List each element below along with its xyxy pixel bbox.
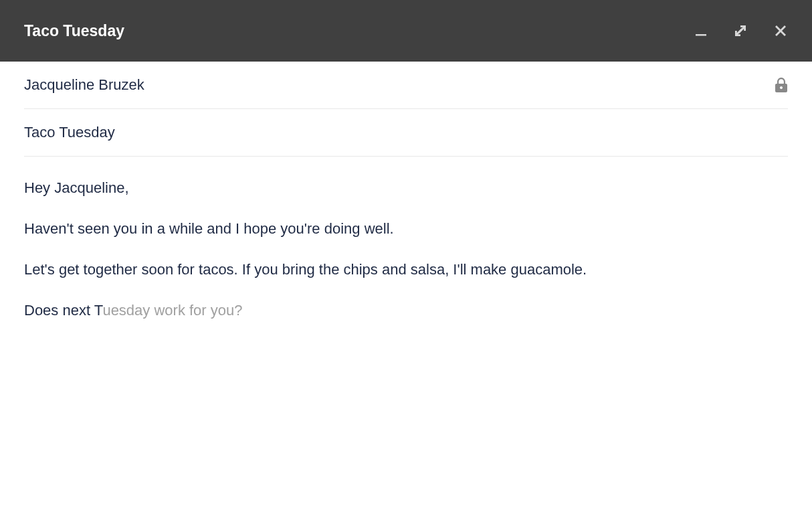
close-button[interactable]: [773, 23, 788, 38]
recipient-field[interactable]: Jacqueline Bruzek: [24, 62, 788, 109]
header-title: Taco Tuesday: [24, 22, 124, 40]
subject-field[interactable]: Taco Tuesday: [24, 109, 788, 157]
body-paragraph-2: Let's get together soon for tacos. If yo…: [24, 258, 788, 280]
compose-header: Taco Tuesday: [0, 0, 812, 62]
recipient-name: Jacqueline Bruzek: [24, 76, 144, 94]
subject-text: Taco Tuesday: [24, 124, 115, 141]
minimize-button[interactable]: [694, 24, 708, 37]
body-textarea[interactable]: Hey Jacqueline, Haven't seen you in a wh…: [24, 157, 788, 321]
body-paragraph-1: Haven't seen you in a while and I hope y…: [24, 218, 788, 240]
close-icon: [773, 23, 788, 38]
compose-window: Taco Tuesday Jacqueline Bruzek: [0, 0, 812, 512]
expand-button[interactable]: [733, 23, 748, 38]
body-greeting: Hey Jacqueline,: [24, 177, 788, 199]
minimize-icon: [694, 24, 708, 37]
typed-text: Does next T: [24, 302, 102, 319]
expand-icon: [733, 23, 748, 38]
lock-icon: [775, 77, 788, 93]
suggested-text: uesday work for you?: [102, 302, 242, 319]
compose-content: Jacqueline Bruzek Taco Tuesday Hey Jacqu…: [0, 62, 812, 512]
smart-compose-line: Does next Tuesday work for you?: [24, 299, 788, 321]
header-controls: [694, 23, 788, 38]
svg-rect-0: [696, 34, 706, 36]
